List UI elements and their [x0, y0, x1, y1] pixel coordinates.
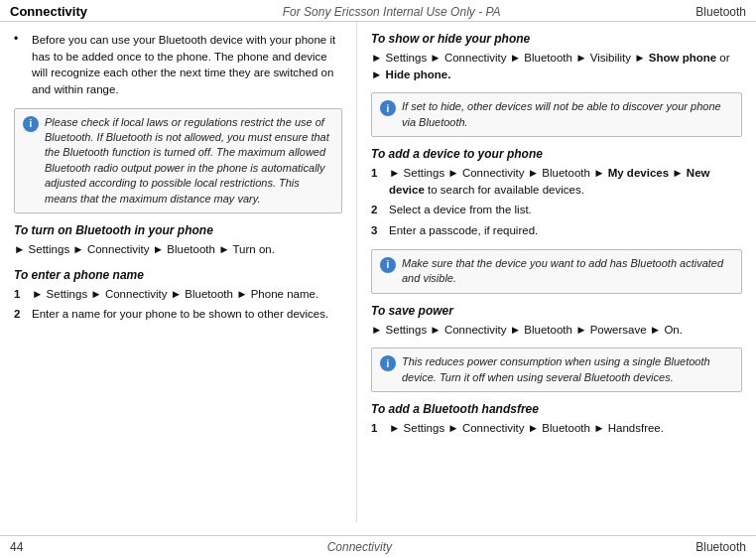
handsfree-step-num-1: 1 [371, 420, 389, 437]
section-handsfree-heading: To add a Bluetooth handsfree [371, 402, 742, 416]
header-center: For Sony Ericsson Internal Use Only - PA [283, 5, 501, 19]
step-text-1: ► Settings ► Connectivity ► Bluetooth ► … [32, 286, 318, 303]
header-left: Connectivity [10, 4, 87, 19]
info-box-visible: i Make sure that the device you want to … [371, 249, 742, 294]
arrow-3: ► [153, 243, 168, 255]
section-add-device-heading: To add a device to your phone [371, 147, 742, 161]
add-step-text-1: ► Settings ► Connectivity ► Bluetooth ► … [389, 165, 742, 198]
section-turn-on-heading: To turn on Bluetooth in your phone [14, 223, 342, 237]
step-num-1: 1 [14, 286, 32, 303]
phone-name-steps: 1 ► Settings ► Connectivity ► Bluetooth … [14, 286, 342, 323]
add-step-num-1: 1 [371, 165, 389, 198]
left-column: • Before you can use your Bluetooth devi… [0, 22, 357, 522]
footer-bluetooth-label: Bluetooth [695, 540, 746, 554]
bullet-text: Before you can use your Bluetooth device… [32, 32, 342, 98]
info-icon-1: i [23, 116, 39, 132]
header: Connectivity For Sony Ericsson Internal … [0, 0, 756, 22]
info-box-regulations: i Please check if local laws or regulati… [14, 108, 342, 213]
add-step-num-2: 2 [371, 202, 389, 218]
arrow-4: ► [218, 243, 232, 255]
header-right: Bluetooth [695, 5, 746, 19]
add-step-text-2: Select a device from the list. [389, 202, 532, 218]
info-text-hide: If set to hide, other devices will not b… [402, 99, 733, 130]
add-step-num-3: 3 [371, 222, 389, 239]
bullet-icon: • [14, 32, 28, 98]
footer: 44 Connectivity Bluetooth [0, 535, 756, 558]
nav-bluetooth-1: Bluetooth [167, 243, 218, 255]
add-device-step-2: 2 Select a device from the list. [371, 202, 742, 218]
section-show-hide-heading: To show or hide your phone [371, 32, 742, 46]
add-step-text-3: Enter a passcode, if required. [389, 222, 538, 239]
add-device-step-1: 1 ► Settings ► Connectivity ► Bluetooth … [371, 165, 742, 198]
add-device-steps: 1 ► Settings ► Connectivity ► Bluetooth … [371, 165, 742, 239]
footer-page-number: 44 [10, 540, 23, 554]
section-save-power-heading: To save power [371, 304, 742, 318]
section-save-power-nav: ► Settings ► Connectivity ► Bluetooth ► … [371, 322, 742, 339]
section-show-hide-nav: ► Settings ► Connectivity ► Bluetooth ► … [371, 50, 742, 82]
info-text-visible: Make sure that the device you want to ad… [402, 256, 733, 287]
nav-connectivity-1: Connectivity [87, 243, 153, 255]
info-text-regulations: Please check if local laws or regulation… [45, 115, 333, 207]
right-column: To show or hide your phone ► Settings ► … [357, 22, 756, 522]
handsfree-step-text-1: ► Settings ► Connectivity ► Bluetooth ► … [389, 420, 664, 437]
info-text-power: This reduces power consumption when usin… [402, 354, 733, 385]
phone-name-step-2: 2 Enter a name for your phone to be show… [14, 306, 342, 323]
arrow-1: ► [14, 243, 29, 255]
section-turn-on-nav: ► Settings ► Connectivity ► Bluetooth ► … [14, 241, 342, 258]
bullet-item-bluetooth-intro: • Before you can use your Bluetooth devi… [14, 32, 342, 98]
arrow-2: ► [72, 243, 87, 255]
info-icon-4: i [380, 355, 396, 371]
add-device-step-3: 3 Enter a passcode, if required. [371, 222, 742, 239]
info-box-power: i This reduces power consumption when us… [371, 348, 742, 392]
nav-turnon: Turn on. [233, 243, 275, 255]
arrow-5: ► [32, 288, 47, 300]
step-text-2: Enter a name for your phone to be shown … [32, 306, 328, 323]
info-box-hide: i If set to hide, other devices will not… [371, 92, 742, 137]
handsfree-steps: 1 ► Settings ► Connectivity ► Bluetooth … [371, 420, 742, 437]
main-content: • Before you can use your Bluetooth devi… [0, 22, 756, 522]
handsfree-step-1: 1 ► Settings ► Connectivity ► Bluetooth … [371, 420, 742, 437]
section-phone-name-heading: To enter a phone name [14, 268, 342, 282]
step-num-2: 2 [14, 306, 32, 323]
nav-settings-1: Settings [29, 243, 73, 255]
info-icon-3: i [380, 257, 396, 273]
phone-name-step-1: 1 ► Settings ► Connectivity ► Bluetooth … [14, 286, 342, 303]
footer-connectivity-label: Connectivity [327, 540, 392, 554]
info-icon-2: i [380, 100, 396, 116]
